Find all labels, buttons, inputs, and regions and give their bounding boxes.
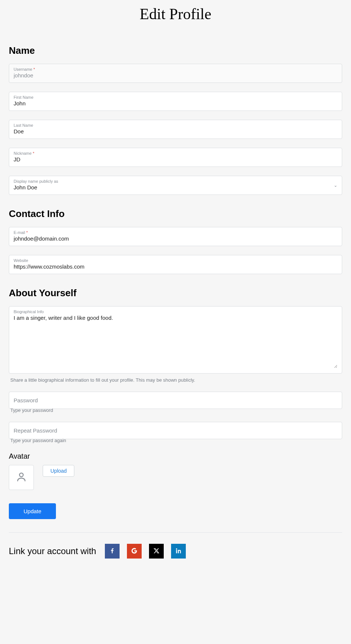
upload-button[interactable]: Upload [43, 465, 74, 477]
email-input[interactable] [14, 235, 337, 242]
last-name-input[interactable] [14, 128, 337, 134]
page-title: Edit Profile [9, 5, 342, 23]
bio-help: Share a little biographical information … [10, 377, 342, 383]
section-heading-name: Name [9, 45, 342, 56]
linkedin-icon [175, 547, 182, 555]
facebook-link-button[interactable] [105, 544, 120, 559]
avatar-heading: Avatar [9, 452, 342, 461]
email-label: E-mail * [14, 230, 337, 235]
email-field-wrap: E-mail * [9, 227, 342, 246]
username-input [14, 72, 337, 78]
password-input[interactable] [9, 392, 342, 409]
x-icon [153, 547, 160, 555]
password-field-wrap [9, 392, 342, 409]
repeat-password-input[interactable] [9, 422, 342, 439]
display-name-select[interactable]: John Doe [14, 184, 337, 190]
website-label: Website [14, 258, 337, 263]
username-field-wrap: Username * [9, 64, 342, 83]
first-name-label: First Name [14, 95, 337, 99]
bio-field-wrap: Biographical Info I am a singer, writer … [9, 306, 342, 374]
link-account-heading: Link your account with [9, 546, 96, 556]
google-link-button[interactable] [127, 544, 142, 559]
nickname-input[interactable] [14, 156, 337, 162]
last-name-field-wrap: Last Name [9, 120, 342, 139]
divider [9, 532, 342, 533]
bio-label: Biographical Info [14, 309, 337, 314]
website-input[interactable] [14, 263, 337, 270]
last-name-label: Last Name [14, 123, 337, 127]
avatar-preview [9, 465, 34, 490]
username-label: Username * [14, 67, 337, 71]
section-heading-contact: Contact Info [9, 208, 342, 220]
display-name-label: Display name publicly as [14, 179, 337, 183]
linkedin-link-button[interactable] [171, 544, 186, 559]
nickname-label: Nickname * [14, 151, 337, 155]
repeat-password-field-wrap [9, 422, 342, 439]
google-icon [131, 547, 138, 555]
first-name-input[interactable] [14, 100, 337, 106]
svg-point-0 [20, 473, 23, 477]
facebook-icon [109, 547, 116, 555]
person-icon [16, 471, 27, 484]
update-button[interactable]: Update [9, 503, 56, 519]
first-name-field-wrap: First Name [9, 92, 342, 111]
section-heading-about: About Yourself [9, 287, 342, 299]
nickname-field-wrap: Nickname * [9, 148, 342, 167]
bio-textarea[interactable]: I am a singer, writer and I like good fo… [14, 315, 337, 368]
website-field-wrap: Website [9, 255, 342, 274]
x-link-button[interactable] [149, 544, 164, 559]
display-name-field-wrap: Display name publicly as John Doe ⌄ [9, 176, 342, 195]
